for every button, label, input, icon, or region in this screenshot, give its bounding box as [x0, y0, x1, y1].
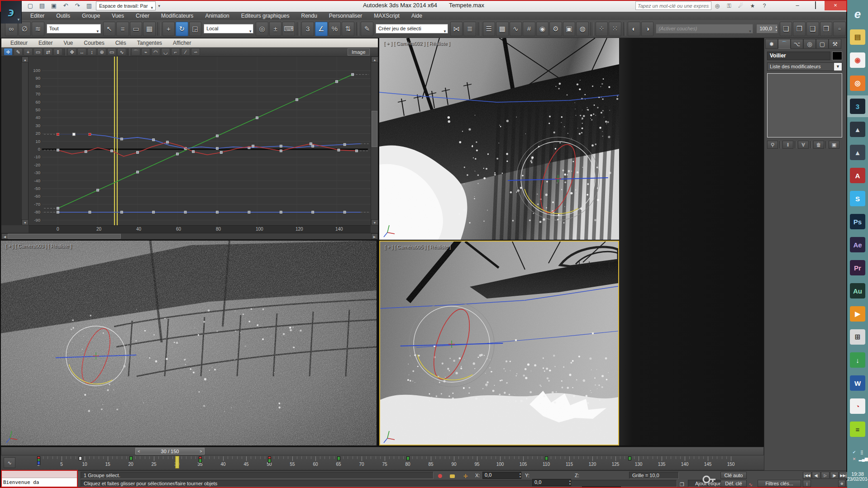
tab-motion[interactable]: ◎ [803, 39, 816, 49]
viewport-label[interactable]: [ + ] [ Caméra003 ] [ Réaliste ] [5, 243, 72, 249]
scroll-up-icon[interactable]: ▲ [371, 57, 378, 62]
move-keys-icon[interactable]: ✛ [4, 48, 13, 56]
tab-hierarchy[interactable]: ⌥ [791, 39, 803, 49]
tangent-slow-icon[interactable]: ◡ [161, 48, 170, 56]
named-selection-sets-combo[interactable]: Créer jeu de sélecti▼ [376, 24, 448, 33]
key-mode-toggle-button[interactable]: |◀▶| [803, 480, 811, 487]
layer-d-icon[interactable]: ❒ [820, 22, 833, 36]
animation-key-marker[interactable] [129, 456, 133, 460]
selection-lock-pin-icon[interactable] [438, 472, 442, 479]
trackview-menu-afficher[interactable]: Afficher [167, 40, 196, 46]
isolate-curve-icon[interactable]: ∿ [117, 48, 126, 56]
selection-filter-combo[interactable]: Tout▼ [47, 24, 101, 33]
select-and-scale-icon[interactable]: ◲ [189, 22, 202, 36]
percent-snap-icon[interactable]: % [329, 22, 341, 36]
trackview-menu-tangentes[interactable]: Tangentes [132, 40, 167, 46]
animation-key-marker[interactable] [37, 461, 40, 465]
tangent-auto-icon[interactable]: ⌒ [131, 48, 140, 56]
track-hierarchy-scrollbar[interactable]: ▲ ▼ [21, 57, 28, 225]
photoshop-icon[interactable]: Ps [850, 214, 865, 229]
select-and-link-icon[interactable]: ∞ [5, 22, 18, 36]
spotify-icon[interactable]: ≡ [850, 422, 865, 437]
chrome-icon[interactable]: ◉ [850, 52, 865, 68]
window-crossing-icon[interactable]: ▦ [143, 22, 156, 36]
menu-editeurs-graphiques[interactable]: Editeurs graphiques [235, 12, 296, 20]
viewport-camera005-active[interactable]: [ + ] [ Caméra005 ] [ Réaliste ] [379, 241, 619, 445]
layer-c-icon[interactable]: ❑ [806, 22, 819, 36]
isolate-icon[interactable]: ▫ [833, 22, 846, 36]
macro-recorder-field[interactable] [2, 471, 77, 478]
go-to-end-button[interactable]: ▶▶| [839, 472, 848, 479]
pan-icon[interactable]: ✥ [67, 48, 76, 56]
menu-cr-er[interactable]: Créer [130, 12, 155, 20]
animation-key-marker[interactable] [337, 456, 340, 460]
remove-modifier-button[interactable]: 🗑 [813, 141, 824, 149]
satellite-icon[interactable]: ☄ [735, 1, 747, 10]
trackview-menu-clés[interactable]: Clés [110, 40, 132, 46]
animation-key-marker[interactable] [79, 456, 82, 460]
listener-field[interactable]: Bienvenue da [2, 478, 77, 487]
schematic-view-icon[interactable]: # [523, 22, 535, 36]
retime-icon[interactable]: ⇄ [43, 48, 52, 56]
select-by-name-icon[interactable]: ≡ [116, 22, 129, 36]
rendered-frame-window-icon[interactable]: ▣ [563, 22, 576, 36]
transform-gizmo-icon[interactable]: ✛ [463, 472, 468, 479]
animation-key-marker[interactable] [545, 456, 548, 460]
object-name-field[interactable]: Voilier [767, 52, 830, 60]
region-keys-icon[interactable]: ▭ [33, 48, 43, 56]
render-iterative-icon[interactable]: ◐ [628, 22, 640, 36]
menu-editer[interactable]: Editer [24, 12, 50, 20]
go-to-start-button[interactable]: |◀◀ [803, 472, 811, 479]
zoom-region-icon[interactable]: ▭ [107, 48, 116, 56]
tangent-custom-icon[interactable]: ⌁ [141, 48, 150, 56]
track-bar[interactable]: ∿ 05101520253035404550556065707580859095… [1, 455, 764, 470]
auto-key-button[interactable]: Clé auto [720, 472, 747, 479]
autodesk-red-icon[interactable]: A [850, 168, 865, 183]
compare-states-icon[interactable]: ⁙ [609, 22, 621, 36]
curve-editor-icon[interactable]: ∿ [510, 22, 522, 36]
tab-create[interactable]: ✸ [765, 39, 778, 49]
select-and-move-icon[interactable]: + [162, 22, 175, 36]
show-end-result-button[interactable]: ‖ [782, 141, 793, 149]
scroll-left-icon[interactable]: ◀ [1, 233, 8, 239]
dropbox-tray-icon[interactable]: ✔ [851, 450, 858, 455]
scroll-down-icon[interactable]: ▼ [22, 219, 29, 225]
configure-modifier-sets-button[interactable]: ▣ [829, 141, 839, 149]
help-icon[interactable]: ? [758, 1, 770, 10]
menu-groupe[interactable]: Groupe [76, 12, 106, 20]
volume-muted-tray-icon[interactable]: ✕ [851, 456, 858, 462]
tangent-smooth-icon[interactable]: ∽ [191, 48, 200, 56]
trackview-menu-editeur[interactable]: Editeur [5, 40, 33, 46]
signal-tray-icon[interactable]: ▂▄▆ [859, 456, 865, 462]
curve-editor-graph[interactable]: 1009080706050403020100-10-20-30-40-50-60… [29, 57, 371, 225]
render-last-icon[interactable]: ◑ [641, 22, 654, 36]
scroll-up-icon[interactable]: ▲ [22, 57, 29, 62]
menu-aide[interactable]: Aide [405, 12, 428, 20]
edit-named-selection-sets-icon[interactable]: ✎ [361, 22, 373, 36]
zoom-value-extents-icon[interactable]: ↕ [87, 48, 96, 56]
tangent-fast-icon[interactable]: ◠ [151, 48, 160, 56]
animation-key-marker[interactable] [406, 456, 410, 460]
download-manager-icon[interactable]: ↓ [850, 352, 865, 368]
pin-stack-button[interactable]: ⚲ [767, 141, 778, 149]
rectangular-selection-region-icon[interactable]: ▭ [130, 22, 143, 36]
word-icon[interactable]: W [850, 375, 865, 391]
state-sets-icon[interactable]: ⁘ [596, 22, 608, 36]
menu-personnaliser[interactable]: Personnaliser [323, 12, 368, 20]
previous-frame-button[interactable]: ◀| [812, 472, 820, 479]
unlink-selection-icon[interactable]: ∅ [19, 22, 31, 36]
taskbar-clock[interactable]: 19:38 23/02/2014 [847, 471, 868, 482]
trackview-menu-courbes[interactable]: Courbes [78, 40, 110, 46]
communication-key-icon[interactable]: ⚿ [723, 1, 735, 10]
play-button[interactable]: ▷ [821, 472, 830, 479]
favorites-star-icon[interactable]: ★ [747, 1, 758, 10]
viewport-label[interactable]: [ + ] [ Caméra002 ] [ Réaliste ] [384, 41, 450, 46]
copy-status-icon[interactable]: ❐ [680, 480, 684, 487]
current-frame-marker[interactable] [175, 456, 179, 469]
reference-coordinate-combo[interactable]: Local▼ [204, 24, 253, 33]
trackview-menu-editer[interactable]: Editer [33, 40, 58, 46]
viewport-camera002[interactable]: [ + ] [ Caméra002 ] [ Réaliste ] [379, 38, 619, 240]
draw-curves-icon[interactable]: ✎ [14, 48, 23, 56]
menu-modificateurs[interactable]: Modificateurs [155, 12, 199, 20]
network-tray-icon[interactable]: ⣿ [859, 450, 865, 455]
